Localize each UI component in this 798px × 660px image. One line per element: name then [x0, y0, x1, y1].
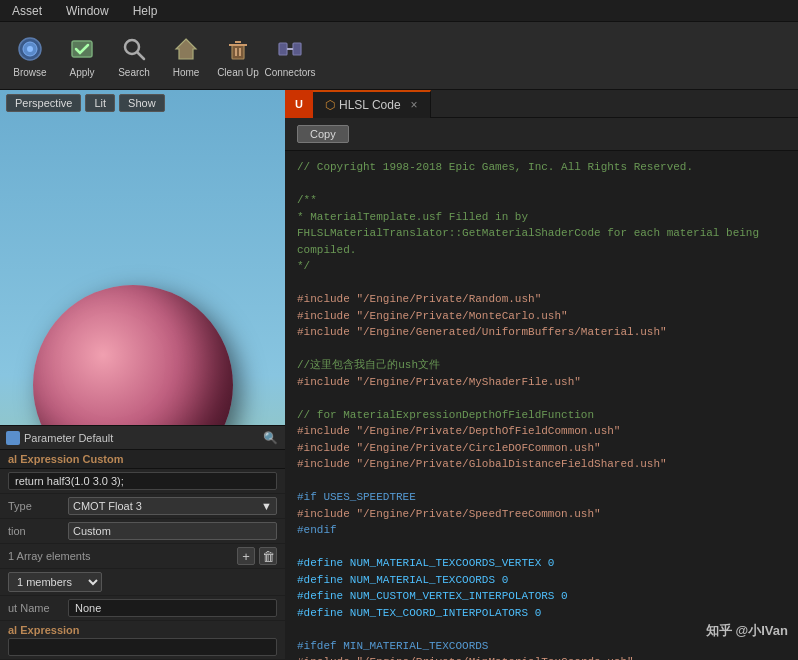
code-panel: U ⬡ HLSL Code × Copy // Copyright 1998-2… — [285, 90, 798, 660]
al-expression-input[interactable] — [8, 638, 277, 656]
hlsl-tab-icon: ⬡ — [325, 98, 335, 112]
code-line: * MaterialTemplate.usf Filled in by FHLS… — [297, 209, 786, 259]
code-line: // Copyright 1998-2018 Epic Games, Inc. … — [297, 159, 786, 176]
svg-rect-7 — [232, 45, 244, 59]
connectors-icon — [274, 33, 306, 65]
code-line: #if USES_SPEEDTREE — [297, 489, 786, 506]
output-name-input[interactable] — [68, 599, 277, 617]
code-line: #include "/Engine/Private/MinMaterialTex… — [297, 654, 786, 660]
browse-icon — [14, 33, 46, 65]
copy-row: Copy — [285, 118, 798, 151]
array-remove-button[interactable]: 🗑 — [259, 547, 277, 565]
main-area: Perspective Lit Show Parameter Default 🔍… — [0, 90, 798, 660]
panel-icon — [6, 431, 20, 445]
code-line: #include "/Engine/Private/Random.ush" — [297, 291, 786, 308]
tion-label: tion — [8, 525, 68, 537]
code-content[interactable]: // Copyright 1998-2018 Epic Games, Inc. … — [285, 151, 798, 660]
section-expression-custom: al Expression Custom — [0, 450, 285, 469]
home-label: Home — [173, 67, 200, 78]
connectors-label: Connectors — [264, 67, 315, 78]
apply-label: Apply — [69, 67, 94, 78]
code-line: #define NUM_MATERIAL_TEXCOORDS 0 — [297, 572, 786, 589]
copy-button[interactable]: Copy — [297, 125, 349, 143]
output-name-row: ut Name — [0, 596, 285, 621]
panel-search-button[interactable]: 🔍 — [261, 429, 279, 447]
code-line: #define NUM_CUSTOM_VERTEX_INTERPOLATORS … — [297, 588, 786, 605]
browse-button[interactable]: Browse — [4, 25, 56, 87]
apply-button[interactable]: Apply — [56, 25, 108, 87]
expression-input[interactable] — [8, 472, 277, 490]
connectors-button[interactable]: Connectors — [264, 25, 316, 87]
array-add-button[interactable]: + — [237, 547, 255, 565]
code-line: #include "/Engine/Generated/UniformBuffe… — [297, 324, 786, 341]
home-icon — [170, 33, 202, 65]
code-line: #endif — [297, 522, 786, 539]
code-line — [297, 621, 786, 638]
type-select[interactable]: CMOT Float 3 ▼ — [68, 497, 277, 515]
array-label: 1 Array elements — [8, 550, 233, 562]
code-line: #define NUM_MATERIAL_TEXCOORDS_VERTEX 0 — [297, 555, 786, 572]
cleanup-label: Clean Up — [217, 67, 259, 78]
tion-select[interactable]: Custom — [68, 522, 277, 540]
expression-row — [0, 469, 285, 494]
code-line: */ — [297, 258, 786, 275]
members-row: 1 members — [0, 569, 285, 596]
code-line — [297, 275, 786, 292]
apply-icon — [66, 33, 98, 65]
svg-point-2 — [27, 46, 33, 52]
toolbar: Browse Apply Search Home — [0, 22, 798, 90]
code-line: #include "/Engine/Private/DepthOfFieldCo… — [297, 423, 786, 440]
type-label: Type — [8, 500, 68, 512]
code-line — [297, 473, 786, 490]
panel-header: Parameter Default 🔍 — [0, 426, 285, 450]
show-button[interactable]: Show — [119, 94, 165, 112]
al-expression-section: al Expression — [0, 621, 285, 660]
menu-asset[interactable]: Asset — [8, 2, 46, 20]
array-row: 1 Array elements + 🗑 — [0, 544, 285, 569]
code-line — [297, 390, 786, 407]
browse-label: Browse — [13, 67, 46, 78]
code-line: #include "/Engine/Private/MyShaderFile.u… — [297, 374, 786, 391]
param-default-label: Parameter Default — [24, 432, 257, 444]
svg-rect-13 — [293, 43, 301, 55]
code-line: #include "/Engine/Private/SpeedTreeCommo… — [297, 506, 786, 523]
code-line: #ifdef MIN_MATERIAL_TEXCOORDS — [297, 638, 786, 655]
hlsl-tab-label: HLSL Code — [339, 98, 401, 112]
output-name-label: ut Name — [8, 602, 68, 614]
viewport-panel: Perspective Lit Show Parameter Default 🔍… — [0, 90, 285, 660]
search-label: Search — [118, 67, 150, 78]
perspective-button[interactable]: Perspective — [6, 94, 81, 112]
ue4-logo: U — [285, 90, 313, 118]
code-line — [297, 539, 786, 556]
home-button[interactable]: Home — [160, 25, 212, 87]
hlsl-code-tab[interactable]: ⬡ HLSL Code × — [313, 90, 431, 118]
code-tab-bar: U ⬡ HLSL Code × — [285, 90, 798, 118]
svg-line-5 — [137, 52, 144, 59]
type-row: Type CMOT Float 3 ▼ — [0, 494, 285, 519]
code-line: #include "/Engine/Private/MonteCarlo.ush… — [297, 308, 786, 325]
code-line: /** — [297, 192, 786, 209]
code-line: #include "/Engine/Private/CircleDOFCommo… — [297, 440, 786, 457]
code-line: #include "/Engine/Private/GlobalDistance… — [297, 456, 786, 473]
lit-button[interactable]: Lit — [85, 94, 115, 112]
al-expression-label: al Expression — [8, 624, 277, 636]
menu-bar: Asset Window Help — [0, 0, 798, 22]
menu-help[interactable]: Help — [129, 2, 162, 20]
cleanup-button[interactable]: Clean Up — [212, 25, 264, 87]
svg-marker-6 — [176, 39, 196, 59]
menu-window[interactable]: Window — [62, 2, 113, 20]
hlsl-tab-close[interactable]: × — [411, 98, 418, 112]
code-line: //这里包含我自己的ush文件 — [297, 357, 786, 374]
code-line — [297, 176, 786, 193]
members-select[interactable]: 1 members — [8, 572, 102, 592]
search-icon — [118, 33, 150, 65]
svg-rect-12 — [279, 43, 287, 55]
code-line — [297, 341, 786, 358]
search-button[interactable]: Search — [108, 25, 160, 87]
code-line: // for MaterialExpressionDepthOfFieldFun… — [297, 407, 786, 424]
viewport-controls: Perspective Lit Show — [0, 90, 285, 116]
code-line: #define NUM_TEX_COORD_INTERPOLATORS 0 — [297, 605, 786, 622]
bottom-left-panel: Parameter Default 🔍 al Expression Custom… — [0, 425, 285, 660]
tion-row: tion Custom — [0, 519, 285, 544]
cleanup-icon — [222, 33, 254, 65]
